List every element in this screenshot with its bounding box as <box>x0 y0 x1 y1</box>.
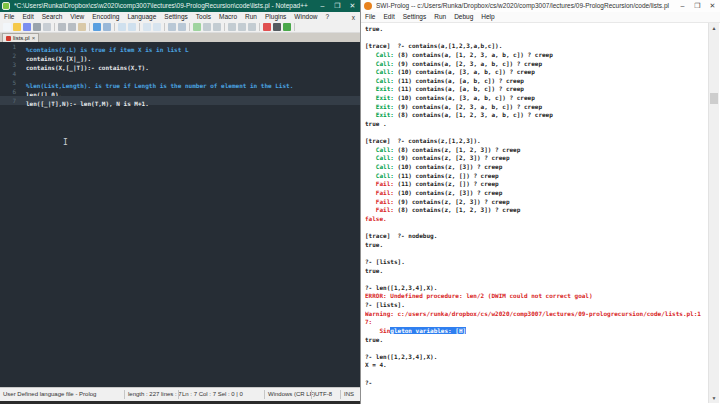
statusbar-eol[interactable]: Windows (CR LF) <box>268 391 315 397</box>
toolbar-icon-document-map[interactable] <box>238 23 246 31</box>
minimize-button[interactable]: – <box>675 0 690 12</box>
menu-edit[interactable]: Edit <box>379 12 398 22</box>
statusbar-insert-mode[interactable]: INS <box>344 391 354 397</box>
console-text: Call: <box>365 60 394 67</box>
editor-line-2[interactable]: 2contains(X,[X|_]). <box>0 51 360 60</box>
toolbar-icon-save-all[interactable] <box>33 23 41 31</box>
toolbar-icon-undo[interactable] <box>93 23 101 31</box>
menu-language[interactable]: Language <box>123 12 160 22</box>
line-number: 2 <box>0 51 16 60</box>
statusbar-encoding[interactable]: UTF-8 <box>315 391 332 397</box>
toolbar-icon-indent-guide[interactable] <box>213 23 221 31</box>
toolbar-icon-replace[interactable] <box>128 23 136 31</box>
editor-line-6[interactable]: 6len([],0). <box>0 87 360 96</box>
console-text: Call: <box>365 172 394 179</box>
toolbar-icon-find[interactable] <box>118 23 126 31</box>
toolbar-icon-cut[interactable] <box>58 23 66 31</box>
console-text: Exit: <box>365 94 394 101</box>
toolbar-icon-play-macro[interactable] <box>283 23 291 31</box>
toolbar-icon-copy[interactable] <box>68 23 76 31</box>
code-editor[interactable]: 1%contains(X,L) is true if item X is in … <box>0 42 360 388</box>
console-line-38 <box>365 344 708 353</box>
swiprolog-menubar: FileEditSettingsRunDebugHelp <box>361 12 720 23</box>
toolbar-icon-zoom-in[interactable] <box>143 23 151 31</box>
console-text: Call: <box>365 146 394 153</box>
toolbar-icon-save[interactable] <box>23 23 31 31</box>
menu-search[interactable]: Search <box>38 12 67 22</box>
menu-run[interactable]: Run <box>241 12 261 22</box>
console-text: contains(a,[1,2,3,a,b,c]). <box>408 42 502 49</box>
toolbar-icon-open-folder[interactable] <box>13 23 21 31</box>
toolbar-separator <box>54 23 55 31</box>
line-number: 5 <box>0 78 16 87</box>
editor-line-5[interactable]: 5%len(List,Length). is true if Length is… <box>0 78 360 87</box>
toolbar-separator <box>114 23 115 31</box>
console-line-42: ?- <box>365 379 708 388</box>
menubar-close-icon[interactable]: x <box>347 14 360 21</box>
line-number: 7 <box>0 96 16 105</box>
menu-settings[interactable]: Settings <box>160 12 192 22</box>
menu-plugins[interactable]: Plugins <box>261 12 290 22</box>
minimize-button[interactable]: – <box>315 0 330 12</box>
menu-edit[interactable]: Edit <box>18 12 37 22</box>
menu-file[interactable]: File <box>361 12 379 22</box>
notepadpp-titlebar[interactable]: *C:\Users\Runka\Dropbox\cs\w2020\comp300… <box>0 0 360 12</box>
console-scrollbar[interactable]: ▲ ▼ <box>708 23 719 403</box>
console-text: Exit: <box>365 85 394 92</box>
scrollbar-thumb[interactable] <box>710 93 718 104</box>
menu-file[interactable]: File <box>0 12 18 22</box>
menu-debug[interactable]: Debug <box>450 12 477 22</box>
toolbar-icon-sync-horizontal[interactable] <box>178 23 186 31</box>
scrollbar-down-arrow[interactable]: ▼ <box>709 393 719 403</box>
menu-encoding[interactable]: Encoding <box>88 12 123 22</box>
menu-run[interactable]: Run <box>430 12 450 22</box>
console-text: (8) contains(z, [1, 2, 3]) ? creep <box>394 206 520 213</box>
menu-macro[interactable]: Macro <box>215 12 241 22</box>
toolbar-icon-zoom-out[interactable] <box>153 23 161 31</box>
toolbar-icon-print[interactable] <box>43 23 51 31</box>
menu-tools[interactable]: Tools <box>192 12 215 22</box>
statusbar-doctype: User Defined language file - Prolog <box>3 391 96 397</box>
console-text: ?- <box>365 258 376 265</box>
tab-close-icon[interactable]: × <box>32 35 36 42</box>
close-button[interactable]: ✕ <box>705 0 720 12</box>
maximize-button[interactable]: ❐ <box>330 0 345 12</box>
toolbar-icon-new-file[interactable] <box>3 23 11 31</box>
console-text: true. <box>365 25 383 32</box>
prolog-console[interactable]: true.[trace] ?- contains(a,[1,2,3,a,b,c]… <box>362 23 708 403</box>
toolbar-icon-show-all-chars[interactable] <box>203 23 211 31</box>
menu-window[interactable]: Window <box>290 12 321 22</box>
menu-[interactable]: ? <box>321 12 333 22</box>
editor-line-1[interactable]: 1%contains(X,L) is true if item X is in … <box>0 42 360 51</box>
console-text: (10) contains(a, [3, a, b, c]) ? creep <box>394 94 535 101</box>
close-button[interactable]: ✕ <box>345 0 360 12</box>
console-line-32: ERROR: Undefined procedure: len/2 (DWIM … <box>365 292 708 301</box>
console-line-27 <box>365 249 708 258</box>
toolbar-icon-redo[interactable] <box>103 23 111 31</box>
toolbar-icon-paste[interactable] <box>78 23 86 31</box>
toolbar-icon-stop-macro[interactable] <box>273 23 281 31</box>
toolbar-icon-word-wrap[interactable] <box>193 23 201 31</box>
console-text: (10) contains(a, [3, a, b, c]) ? creep <box>394 68 535 75</box>
menu-settings[interactable]: Settings <box>399 12 431 22</box>
console-text: 7: <box>365 318 372 325</box>
toolbar-icon-record-macro[interactable] <box>263 23 271 31</box>
console-line-25: [trace] ?- nodebug. <box>365 232 708 241</box>
menu-view[interactable]: View <box>66 12 88 22</box>
tab-label: lists.pl <box>13 35 30 41</box>
console-text: Exit: <box>365 103 394 110</box>
toolbar-icon-sync-vertical[interactable] <box>168 23 176 31</box>
toolbar-icon-function-list[interactable] <box>228 23 236 31</box>
maximize-button[interactable]: ❐ <box>690 0 705 12</box>
console-text: ?- <box>365 301 376 308</box>
editor-line-4[interactable]: 4 <box>0 69 360 78</box>
console-text: (11) contains(a, [a, b, c]) ? creep <box>394 77 524 84</box>
tab-lists-pl[interactable]: lists.pl × <box>2 33 39 42</box>
console-line-9: Exit: (10) contains(a, [3, a, b, c]) ? c… <box>365 94 708 103</box>
editor-line-7[interactable]: 7len([_|T],N):- len(T,M), N is M+1. <box>0 96 360 105</box>
editor-line-3[interactable]: 3contains(X,[_|T]):- contains(X,T). <box>0 60 360 69</box>
scrollbar-up-arrow[interactable]: ▲ <box>709 23 719 33</box>
toolbar-icon-document-list[interactable] <box>248 23 256 31</box>
menu-help[interactable]: Help <box>477 12 498 22</box>
console-line-2 <box>365 34 708 43</box>
